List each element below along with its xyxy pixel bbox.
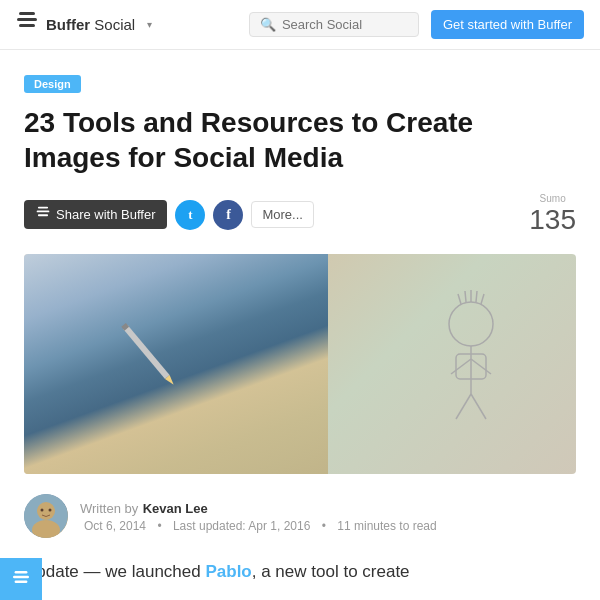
- share-count-number: 135: [529, 204, 576, 236]
- svg-point-6: [449, 302, 493, 346]
- svg-point-22: [37, 502, 55, 520]
- svg-rect-1: [17, 18, 37, 21]
- get-started-button[interactable]: Get started with Buffer: [431, 10, 584, 39]
- preview-text-before: Update — we launched: [24, 562, 205, 581]
- facebook-icon: f: [226, 207, 231, 223]
- svg-rect-26: [15, 571, 28, 573]
- article-title: 23 Tools and Resources to Create Images …: [24, 105, 576, 175]
- svg-point-24: [41, 509, 44, 512]
- share-twitter-button[interactable]: t: [175, 200, 205, 230]
- buffer-share-icon: [36, 206, 50, 223]
- navbar: Buffer Social ▾ 🔍 Get started with Buffe…: [0, 0, 600, 50]
- search-input[interactable]: [282, 17, 408, 32]
- share-count: Sumo 135: [529, 193, 576, 236]
- author-read-time: 11 minutes to read: [337, 519, 436, 533]
- share-more-button[interactable]: More...: [251, 201, 313, 228]
- nav-chevron-icon: ▾: [147, 19, 152, 30]
- bottom-buffer-icon: [12, 571, 30, 587]
- svg-rect-5: [38, 214, 48, 216]
- author-meta: Oct 6, 2014 • Last updated: Apr 1, 2016 …: [80, 519, 441, 533]
- share-bar: Share with Buffer t f More... Sumo 135: [24, 193, 576, 236]
- article-preview: Update — we launched Pablo, a new tool t…: [24, 558, 576, 585]
- svg-line-13: [465, 291, 466, 302]
- category-badge[interactable]: Design: [24, 75, 81, 93]
- nav-site-title: Buffer Social: [46, 16, 135, 33]
- svg-line-8: [451, 359, 471, 374]
- svg-line-9: [471, 359, 491, 374]
- author-info: Written by Kevan Lee Oct 6, 2014 • Last …: [80, 499, 441, 533]
- share-buffer-label: Share with Buffer: [56, 207, 155, 222]
- share-facebook-button[interactable]: f: [213, 200, 243, 230]
- svg-rect-27: [13, 576, 29, 578]
- svg-rect-28: [15, 581, 28, 583]
- twitter-icon: t: [188, 207, 192, 223]
- author-updated: Last updated: Apr 1, 2016: [173, 519, 310, 533]
- author-date: Oct 6, 2014: [84, 519, 146, 533]
- author-row: Written by Kevan Lee Oct 6, 2014 • Last …: [24, 494, 576, 538]
- svg-rect-2: [19, 24, 35, 27]
- nav-search-box[interactable]: 🔍: [249, 12, 419, 37]
- author-written-by: Written by Kevan Lee: [80, 499, 441, 517]
- bottom-buffer-button[interactable]: [0, 558, 42, 600]
- svg-line-16: [481, 294, 484, 304]
- hero-image: [24, 254, 576, 474]
- hero-sketch-svg: [376, 274, 536, 454]
- buffer-logo-icon: [16, 12, 38, 37]
- svg-rect-0: [19, 12, 35, 15]
- svg-line-12: [458, 294, 461, 304]
- svg-line-11: [471, 394, 486, 419]
- share-count-label: Sumo: [540, 193, 566, 204]
- hero-hand-area: [24, 254, 328, 474]
- search-icon: 🔍: [260, 17, 276, 32]
- author-avatar: [24, 494, 68, 538]
- share-with-buffer-button[interactable]: Share with Buffer: [24, 200, 167, 229]
- preview-link[interactable]: Pablo: [205, 562, 251, 581]
- main-content: Design 23 Tools and Resources to Create …: [0, 50, 600, 585]
- svg-line-10: [456, 394, 471, 419]
- preview-text-after: , a new tool to create: [252, 562, 410, 581]
- svg-line-15: [476, 291, 477, 302]
- author-separator-1: •: [157, 519, 165, 533]
- nav-logo[interactable]: Buffer Social ▾: [16, 12, 152, 37]
- svg-point-25: [49, 509, 52, 512]
- author-separator-2: •: [322, 519, 330, 533]
- svg-rect-3: [38, 207, 48, 209]
- svg-rect-4: [37, 210, 50, 212]
